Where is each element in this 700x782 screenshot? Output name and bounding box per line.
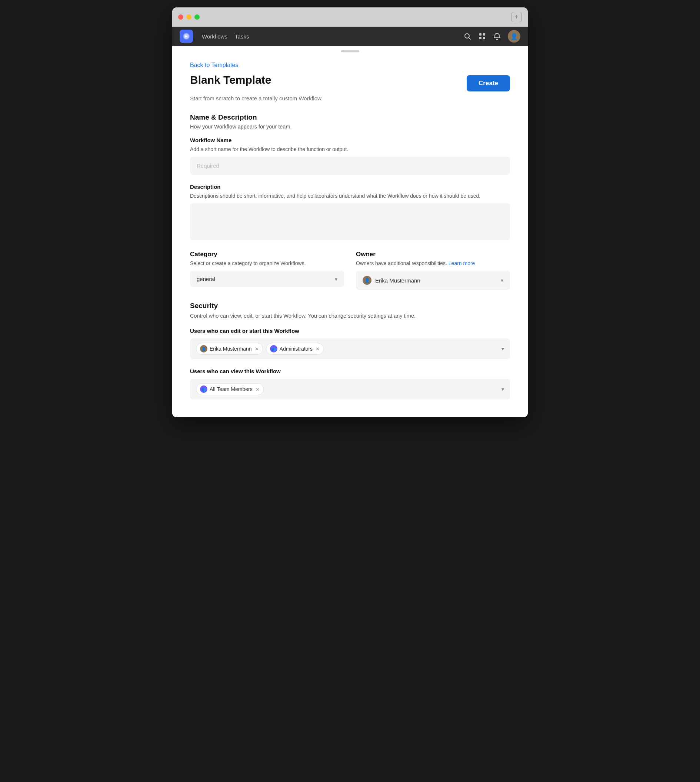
edit-start-label: Users who can edit or start this Workflo… [190, 328, 510, 334]
category-owner-row: Category Select or create a category to … [190, 251, 510, 290]
security-desc: Control who can view, edit, or start thi… [190, 313, 510, 319]
modal-header: Blank Template Create [190, 74, 510, 92]
workflow-name-sublabel: Add a short name for the Workflow to des… [190, 146, 510, 152]
user-tag-name-all: All Team Members [210, 386, 253, 392]
description-sublabel: Descriptions should be short, informativ… [190, 193, 510, 199]
page-title: Blank Template [190, 74, 272, 86]
user-avatar[interactable]: 👤 [508, 30, 520, 43]
category-select[interactable]: general ▾ [190, 271, 344, 287]
description-label: Description [190, 184, 510, 190]
remove-user-admins-icon[interactable]: ✕ [315, 346, 320, 352]
app-window: + Workflows Tasks [172, 7, 528, 417]
owner-value: 👤 Erika Mustermann [363, 276, 420, 285]
title-bar: + [172, 7, 528, 27]
modal: Back to Templates Blank Template Create … [172, 46, 528, 417]
workflow-name-label: Workflow Name [190, 137, 510, 143]
back-to-templates-link[interactable]: Back to Templates [190, 62, 238, 68]
category-desc: Select or create a category to organize … [190, 260, 344, 266]
owner-avatar: 👤 [363, 276, 372, 285]
modal-content: Back to Templates Blank Template Create … [172, 55, 528, 417]
user-tag-erika-edit: 👤 Erika Mustermann ✕ [196, 343, 263, 355]
workflow-name-input[interactable] [190, 156, 510, 175]
svg-rect-5 [483, 37, 485, 39]
chevron-down-icon: ▾ [502, 386, 504, 392]
svg-rect-3 [483, 33, 485, 35]
user-tag-avatar-erika: 👤 [200, 345, 207, 353]
notification-icon[interactable] [493, 32, 501, 40]
new-tab-button[interactable]: + [512, 12, 522, 22]
name-description-desc: How your Workflow appears for your team. [190, 124, 510, 130]
remove-user-all-icon[interactable]: ✕ [255, 386, 260, 392]
category-value: general [197, 276, 215, 282]
security-title: Security [190, 302, 510, 310]
view-label: Users who can view this Workflow [190, 368, 510, 374]
chevron-down-icon: ▾ [335, 276, 337, 282]
description-input[interactable] [190, 203, 510, 240]
user-tag-all-members: 👥 All Team Members ✕ [196, 383, 264, 395]
nav-bar: Workflows Tasks [172, 27, 528, 46]
traffic-lights [178, 15, 200, 20]
description-field: Description Descriptions should be short… [190, 184, 510, 242]
owner-col: Owner Owners have additional responsibil… [356, 251, 510, 290]
nav-workflows[interactable]: Workflows [202, 33, 227, 40]
category-col: Category Select or create a category to … [190, 251, 344, 290]
svg-rect-2 [479, 33, 482, 35]
user-tag-name-admins: Administrators [280, 346, 313, 352]
nav-tasks[interactable]: Tasks [235, 33, 249, 40]
nav-links: Workflows Tasks [202, 33, 249, 40]
grid-icon[interactable] [478, 32, 486, 40]
user-tag-avatar-all: 👥 [200, 386, 207, 393]
remove-user-erika-icon[interactable]: ✕ [255, 346, 259, 352]
modal-handle [172, 46, 528, 55]
close-button[interactable] [178, 15, 183, 20]
owner-label: Owner [356, 251, 510, 258]
category-label: Category [190, 251, 344, 258]
create-button[interactable]: Create [467, 75, 510, 92]
chevron-down-icon: ▾ [501, 277, 503, 283]
modal-subtitle: Start from scratch to create a totally c… [190, 95, 510, 101]
security-section: Security Control who can view, edit, or … [190, 302, 510, 399]
minimize-button[interactable] [186, 15, 192, 20]
user-tag-admins: 👥 Administrators ✕ [266, 343, 324, 355]
name-description-section: Name & Description How your Workflow app… [190, 113, 510, 242]
nav-actions: 👤 [463, 30, 520, 43]
svg-line-1 [469, 38, 471, 40]
app-logo [180, 30, 193, 43]
drag-handle [341, 50, 359, 52]
view-users-field[interactable]: 👥 All Team Members ✕ ▾ [190, 379, 510, 399]
maximize-button[interactable] [195, 15, 200, 20]
user-tag-name: Erika Mustermann [210, 346, 252, 352]
edit-start-users-field[interactable]: 👤 Erika Mustermann ✕ 👥 Administrators ✕ … [190, 338, 510, 359]
chevron-down-icon: ▾ [502, 346, 504, 352]
user-tag-avatar-group: 👥 [270, 345, 277, 353]
svg-rect-4 [479, 37, 482, 39]
name-description-title: Name & Description [190, 113, 510, 121]
owner-select[interactable]: 👤 Erika Mustermann ▾ [356, 271, 510, 290]
workflow-name-field: Workflow Name Add a short name for the W… [190, 137, 510, 175]
learn-more-link[interactable]: Learn more [448, 260, 475, 266]
owner-desc: Owners have additional responsibilities.… [356, 260, 510, 266]
search-icon[interactable] [463, 32, 472, 40]
